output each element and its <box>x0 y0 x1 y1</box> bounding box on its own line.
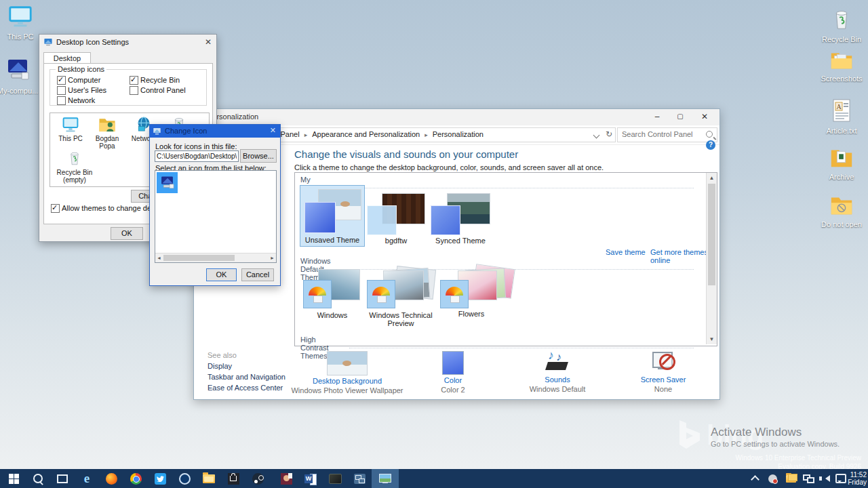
see-also-ease-of-access[interactable]: Ease of Access Center <box>208 384 283 392</box>
screen-saver-icon <box>651 350 675 374</box>
theme-label: Unsaved Theme <box>300 236 364 244</box>
tray-clock[interactable]: 11:52 Friday <box>848 469 867 488</box>
scrollbar-thumb[interactable] <box>708 184 715 285</box>
see-also-taskbar[interactable]: Taskbar and Navigation <box>208 373 285 381</box>
screen-saver-link[interactable]: Screen Saver <box>616 375 711 384</box>
close-button[interactable]: ✕ <box>694 109 715 125</box>
taskbar-internet-explorer[interactable]: e <box>75 469 99 488</box>
taskbar-steam[interactable] <box>245 469 270 488</box>
photos-app-icon <box>281 473 292 485</box>
close-icon[interactable]: ✕ <box>205 37 212 47</box>
start-button[interactable] <box>1 469 26 488</box>
control-panel-checkbox[interactable] <box>130 86 138 95</box>
users-files-checkbox[interactable] <box>57 86 66 95</box>
network-checkbox[interactable] <box>57 96 66 105</box>
task-view-button[interactable] <box>50 469 75 488</box>
themes-scrollbar[interactable]: ▲ ▼ <box>706 173 717 344</box>
browse-button[interactable]: Browse... <box>240 149 277 163</box>
tray-volume[interactable] <box>822 469 830 488</box>
help-icon[interactable]: ? <box>706 140 715 150</box>
scroll-left-icon[interactable]: ◄ <box>157 256 161 260</box>
search-icon[interactable] <box>706 131 713 138</box>
word-icon: W <box>304 474 317 484</box>
personalization-titlebar[interactable]: Personalization – ▢ ✕ <box>194 109 719 125</box>
tray-show-hidden[interactable] <box>752 469 758 488</box>
taskbar-display-settings-active[interactable] <box>372 469 399 488</box>
theme-unsaved[interactable]: Unsaved Theme <box>300 185 365 247</box>
tray-security-status[interactable] <box>768 469 777 488</box>
breadcrumb-personalization[interactable]: Personalization <box>420 130 484 138</box>
color-link[interactable]: Color <box>412 376 494 384</box>
sounds-link[interactable]: Sounds <box>510 375 605 384</box>
minimize-button[interactable]: – <box>646 109 668 125</box>
computer-checkbox[interactable] <box>57 76 66 85</box>
text-document-icon: A <box>830 98 853 124</box>
save-theme-link[interactable]: Save theme <box>606 248 646 256</box>
sounds-item[interactable]: ♪ ♪ Sounds Windows Default <box>510 350 605 393</box>
cancel-button[interactable]: Cancel <box>241 268 274 281</box>
recycle-bin-checkbox[interactable] <box>130 76 138 85</box>
theme-synced[interactable]: Synced Theme <box>428 190 493 245</box>
hscrollbar-thumb[interactable] <box>163 255 235 261</box>
search-input[interactable] <box>620 129 703 139</box>
tray-network[interactable] <box>803 469 814 488</box>
network-icon <box>803 474 814 483</box>
taskbar-file-explorer[interactable] <box>197 469 221 488</box>
close-icon[interactable]: ✕ <box>270 126 276 135</box>
scroll-up-icon[interactable]: ▲ <box>707 173 717 183</box>
taskbar-firefox[interactable] <box>99 469 123 488</box>
breadcrumb-appearance[interactable]: Appearance and Personalization <box>300 130 420 138</box>
icon-list-box[interactable]: ◄ ► <box>155 170 277 263</box>
taskbar-word[interactable]: W <box>298 469 323 488</box>
taskbar-remote-desktop[interactable] <box>347 469 372 488</box>
sounds-value: Windows Default <box>510 385 605 393</box>
ok-button[interactable]: OK <box>206 268 237 281</box>
theme-bgdftw[interactable]: bgdftw <box>366 190 427 245</box>
tray-action-center[interactable] <box>835 469 846 488</box>
scroll-down-icon[interactable]: ▼ <box>707 334 717 344</box>
dis-titlebar[interactable]: Desktop Icon Settings ✕ <box>39 35 216 49</box>
search-box[interactable] <box>617 127 717 142</box>
desktop-icon-screenshots[interactable]: Screenshots <box>817 49 866 83</box>
desktop-icon-archive[interactable]: Archive <box>817 146 866 181</box>
preview-user-files[interactable]: Bogdan Popa <box>88 116 126 150</box>
theme-windows-technical-preview[interactable]: Windows Technical Preview <box>366 266 436 319</box>
preview-this-pc[interactable]: This PC <box>56 116 85 142</box>
desktop-icon-article-txt[interactable]: A Article.txt <box>817 98 866 135</box>
theme-windows[interactable]: Windows <box>302 266 363 319</box>
icon-list-hscrollbar[interactable]: ◄ ► <box>155 253 276 262</box>
preview-recycle-bin-empty[interactable]: Recycle Bin(empty) <box>56 148 94 184</box>
screen-saver-item[interactable]: Screen Saver None <box>616 350 711 393</box>
desktop-background-thumbnail <box>327 351 368 375</box>
selected-icon-cell[interactable] <box>157 172 178 193</box>
taskbar-twitter[interactable] <box>148 469 172 488</box>
color-item[interactable]: Color Color 2 <box>412 351 494 394</box>
taskbar-store[interactable] <box>221 469 245 488</box>
ie-icon: e <box>84 471 90 486</box>
tray-onedrive-folders[interactable] <box>786 469 796 488</box>
desktop-icon-my-computer[interactable]: My-compu... <box>0 57 42 95</box>
desktop-background-item[interactable]: Desktop Background Windows Photo Viewer … <box>288 351 407 394</box>
theme-flowers[interactable]: Flowers <box>439 266 509 319</box>
taskbar-chrome[interactable] <box>123 469 148 488</box>
address-dropdown-icon[interactable] <box>593 132 600 139</box>
scroll-right-icon[interactable]: ► <box>270 256 275 260</box>
network-checkbox-label: Network <box>68 96 95 104</box>
see-also-display[interactable]: Display <box>208 362 232 370</box>
maximize-button[interactable]: ▢ <box>669 109 691 125</box>
icon-path-input[interactable] <box>155 150 239 162</box>
desktop-icon-do-not-open[interactable]: Do not open <box>817 193 866 228</box>
ci-titlebar[interactable]: Change Icon ✕ <box>150 125 280 138</box>
ok-button[interactable]: OK <box>111 227 143 240</box>
taskbar-app-blue-circle[interactable] <box>172 469 197 488</box>
taskbar-app-dark[interactable] <box>323 469 347 488</box>
build-watermark-line1: Windows 10 Enterprise Technical Preview <box>736 454 861 462</box>
desktop-background-link[interactable]: Desktop Background <box>288 377 407 385</box>
allow-themes-checkbox[interactable] <box>51 204 60 213</box>
taskbar-photos-app[interactable] <box>274 469 298 488</box>
search-button[interactable] <box>26 469 50 488</box>
breadcrumb[interactable]: Control Panel Appearance and Personaliza… <box>254 130 484 138</box>
chrome-icon <box>130 473 142 485</box>
desktop-icon-recycle-bin[interactable]: Recycle Bin <box>817 5 866 43</box>
refresh-icon[interactable]: ↻ <box>606 129 612 139</box>
